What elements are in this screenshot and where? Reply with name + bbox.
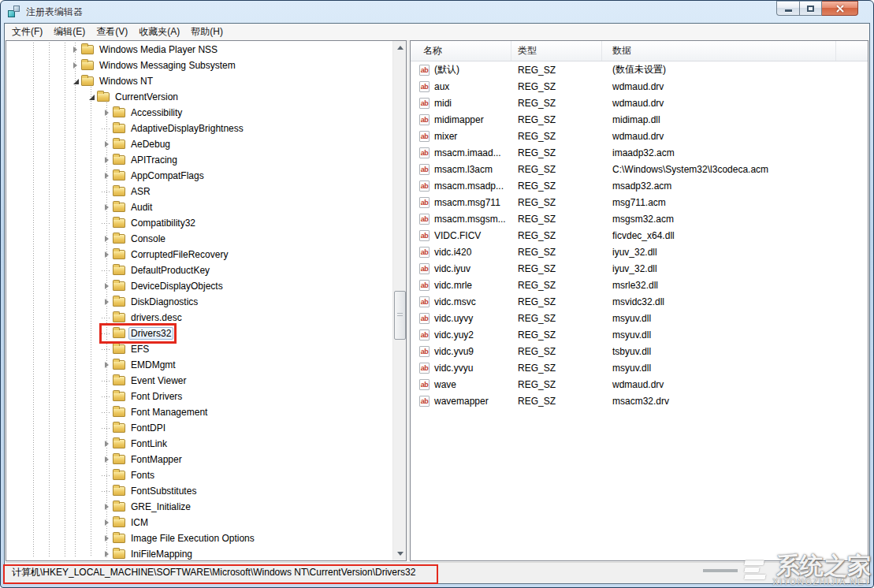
tree-item-image-file-execution-options[interactable]: Image File Execution Options: [6, 530, 392, 546]
tree-item-font-drivers[interactable]: Font Drivers: [6, 389, 392, 404]
scrollbar-thumb[interactable]: [394, 291, 406, 340]
tree-item-devicedisplayobjects[interactable]: DeviceDisplayObjects: [6, 278, 392, 294]
tree-item-aedebug[interactable]: AeDebug: [6, 136, 392, 152]
tree-item-gre-initialize[interactable]: GRE_Initialize: [6, 499, 392, 515]
tree-vertical-scrollbar[interactable]: [392, 41, 406, 560]
tree-item-accessibility[interactable]: Accessibility: [6, 105, 392, 121]
tree-item-currentversion[interactable]: CurrentVersion: [6, 89, 392, 105]
expand-icon[interactable]: [101, 359, 112, 370]
close-button[interactable]: [822, 1, 858, 16]
expand-icon[interactable]: [69, 44, 80, 55]
registry-value-row-aux[interactable]: abauxREG_SZwdmaud.drv: [411, 78, 868, 95]
menu-file[interactable]: 文件(F): [6, 24, 48, 40]
expand-icon[interactable]: [101, 438, 112, 449]
registry-value-row-vidc-ficv[interactable]: abVIDC.FICVREG_SZficvdec_x64.dll: [411, 227, 868, 244]
expand-icon[interactable]: [69, 60, 80, 71]
expand-icon[interactable]: [101, 281, 112, 292]
tree-item-compatibility32[interactable]: Compatibility32: [6, 215, 392, 231]
folder-icon: [81, 76, 94, 86]
tree-item-console[interactable]: Console: [6, 231, 392, 247]
scroll-down-button[interactable]: [393, 547, 407, 560]
tree-item-asr[interactable]: ASR: [6, 184, 392, 199]
tree-item-fontlink[interactable]: FontLink: [6, 436, 392, 452]
value-type: REG_SZ: [511, 230, 602, 241]
registry-value-row-midi[interactable]: abmidiREG_SZwdmaud.drv: [411, 95, 868, 111]
tree-item-inifilemapping[interactable]: IniFileMapping: [6, 546, 392, 560]
registry-value-row-mixer[interactable]: abmixerREG_SZwdmaud.drv: [411, 128, 868, 144]
tree-item-adaptivedisplaybrightness[interactable]: AdaptiveDisplayBrightness: [6, 121, 392, 136]
registry-value-row-vidc-yvu9[interactable]: abvidc.yvu9REG_SZtsbyuv.dll: [411, 343, 868, 359]
value-type: REG_SZ: [511, 396, 602, 407]
menu-help[interactable]: 帮助(H): [185, 24, 229, 40]
registry-value-row-item[interactable]: ab(默认)REG_SZ(数值未设置): [411, 61, 868, 78]
expand-icon[interactable]: [101, 202, 112, 213]
registry-value-row-wave[interactable]: abwaveREG_SZwdmaud.drv: [411, 376, 868, 393]
tree-item-appcompatflags[interactable]: AppCompatFlags: [6, 168, 392, 184]
collapse-icon[interactable]: [69, 76, 80, 87]
column-header-type[interactable]: 类型: [511, 41, 602, 61]
tree-item-fontmapper[interactable]: FontMapper: [6, 452, 392, 467]
expand-icon[interactable]: [101, 170, 112, 181]
expand-icon[interactable]: [101, 233, 112, 244]
tree-item-event-viewer[interactable]: Event Viewer: [6, 373, 392, 389]
registry-value-row-vidc-msvc[interactable]: abvidc.msvcREG_SZmsvidc32.dll: [411, 293, 868, 310]
maximize-button[interactable]: [800, 1, 822, 16]
menu-edit[interactable]: 编辑(E): [48, 24, 91, 40]
value-data: msadp32.acm: [602, 180, 836, 192]
tree-item-windows-nt[interactable]: Windows NT: [6, 73, 392, 89]
value-data: msyuv.dll: [602, 329, 836, 341]
scroll-up-button[interactable]: [393, 41, 407, 54]
registry-value-row-msacm-msadp[interactable]: abmsacm.msadp...REG_SZmsadp32.acm: [411, 177, 868, 194]
tree-item-corruptedfilerecovery[interactable]: CorruptedFileRecovery: [6, 247, 392, 262]
registry-value-row-msacm-msgsm[interactable]: abmsacm.msgsm...REG_SZmsgsm32.acm: [411, 210, 868, 227]
tree-item-emdmgmt[interactable]: EMDMgmt: [6, 357, 392, 373]
expand-icon[interactable]: [101, 533, 112, 544]
tree-item-diskdiagnostics[interactable]: DiskDiagnostics: [6, 294, 392, 310]
registry-value-row-wavemapper[interactable]: abwavemapperREG_SZmsacm32.drv: [411, 393, 868, 409]
tree-item-label: Windows Messaging Subsystem: [97, 59, 238, 72]
expand-icon[interactable]: [101, 139, 112, 150]
tree-item-fontsubstitutes[interactable]: FontSubstitutes: [6, 483, 392, 499]
column-header-data[interactable]: 数据: [602, 41, 836, 61]
tree-item-icm[interactable]: ICM: [6, 515, 392, 530]
value-data: C:\Windows\System32\l3codeca.acm: [602, 164, 836, 175]
expand-icon[interactable]: [101, 454, 112, 465]
collapse-icon[interactable]: [85, 91, 96, 102]
registry-value-row-midimapper[interactable]: abmidimapperREG_SZmidimap.dll: [411, 111, 868, 128]
tree-item-drivers-desc[interactable]: drivers.desc: [6, 310, 392, 326]
string-value-icon: ab: [419, 65, 430, 76]
title-bar[interactable]: 注册表编辑器: [1, 1, 873, 23]
expand-icon[interactable]: [101, 549, 112, 560]
tree-item-fontdpi[interactable]: FontDPI: [6, 420, 392, 436]
menu-view[interactable]: 查看(V): [91, 24, 133, 40]
expand-icon[interactable]: [101, 249, 112, 260]
expand-icon[interactable]: [101, 154, 112, 166]
tree-item-defaultproductkey[interactable]: DefaultProductKey: [6, 262, 392, 278]
expand-icon[interactable]: [101, 517, 112, 528]
tree-rows: Windows Media Player NSSWindows Messagin…: [6, 42, 392, 560]
tree-item-efs[interactable]: EFS: [6, 341, 392, 357]
tree-item-windows-messaging-subsystem[interactable]: Windows Messaging Subsystem: [6, 58, 392, 73]
minimize-button[interactable]: [776, 1, 800, 16]
registry-value-row-msacm-imaad[interactable]: abmsacm.imaad...REG_SZimaadp32.acm: [411, 144, 868, 161]
menu-favorites[interactable]: 收藏夹(A): [133, 24, 185, 40]
registry-value-row-vidc-i420[interactable]: abvidc.i420REG_SZiyuv_32.dll: [411, 244, 868, 260]
tree-item-fonts[interactable]: Fonts: [6, 467, 392, 483]
tree-item-apitracing[interactable]: APITracing: [6, 152, 392, 168]
registry-value-row-vidc-yvyu[interactable]: abvidc.yvyuREG_SZmsyuv.dll: [411, 359, 868, 376]
registry-value-row-vidc-mrle[interactable]: abvidc.mrleREG_SZmsrle32.dll: [411, 277, 868, 293]
column-header-name[interactable]: 名称: [411, 41, 511, 61]
expand-icon[interactable]: [101, 501, 112, 512]
registry-value-row-vidc-yuy2[interactable]: abvidc.yuy2REG_SZmsyuv.dll: [411, 326, 868, 343]
registry-value-row-msacm-msg711[interactable]: abmsacm.msg711REG_SZmsg711.acm: [411, 194, 868, 210]
value-name: VIDC.FICV: [434, 230, 481, 241]
tree-item-windows-media-player-nss[interactable]: Windows Media Player NSS: [6, 42, 392, 58]
expand-icon[interactable]: [101, 296, 112, 307]
registry-value-row-vidc-iyuv[interactable]: abvidc.iyuvREG_SZiyuv_32.dll: [411, 260, 868, 277]
registry-value-row-vidc-uyvy[interactable]: abvidc.uyvyREG_SZmsyuv.dll: [411, 310, 868, 326]
tree-item-drivers32[interactable]: Drivers32: [6, 326, 392, 341]
tree-item-font-management[interactable]: Font Management: [6, 404, 392, 420]
registry-value-row-msacm-l3acm[interactable]: abmsacm.l3acmREG_SZC:\Windows\System32\l…: [411, 161, 868, 177]
expand-icon[interactable]: [101, 107, 112, 118]
tree-item-audit[interactable]: Audit: [6, 199, 392, 215]
